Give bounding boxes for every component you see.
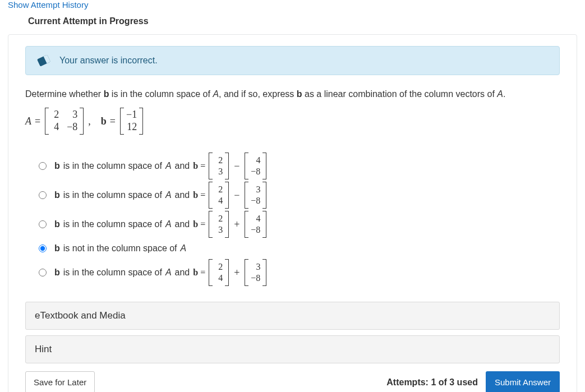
- option-4-radio[interactable]: [39, 245, 47, 252]
- option-1[interactable]: b is in the column space of A and b = 23…: [39, 153, 560, 179]
- answer-options: b is in the column space of A and b = 23…: [25, 145, 560, 296]
- option-5[interactable]: b is in the column space of A and b = 24…: [39, 259, 560, 286]
- submit-answer-button[interactable]: Submit Answer: [486, 371, 560, 392]
- eraser-icon: [37, 54, 50, 66]
- question-card: Your answer is incorrect. Determine whet…: [8, 34, 577, 392]
- alert-message: Your answer is incorrect.: [59, 56, 158, 66]
- given-equation: A = 23 4−8 , b = −1: [25, 108, 560, 135]
- matrix-A: 23 4−8: [45, 108, 84, 135]
- option-3-radio[interactable]: [39, 220, 47, 228]
- hint-accordion[interactable]: Hint: [25, 335, 560, 363]
- attempts-text: Attempts: 1 of 3 used: [386, 377, 478, 388]
- etextbook-accordion[interactable]: eTextbook and Media: [25, 302, 560, 330]
- current-attempt-title: Current Attempt in Progress: [8, 16, 577, 26]
- option-1-radio[interactable]: [39, 162, 47, 170]
- footer-row: Save for Later Attempts: 1 of 3 used Sub…: [25, 371, 560, 392]
- option-2[interactable]: b is in the column space of A and b = 24…: [39, 182, 560, 209]
- save-for-later-button[interactable]: Save for Later: [25, 371, 95, 392]
- option-2-radio[interactable]: [39, 191, 47, 199]
- vector-b: −1 12: [120, 108, 143, 135]
- feedback-alert: Your answer is incorrect.: [25, 46, 560, 75]
- option-4[interactable]: b is not in the column space of A: [39, 240, 560, 257]
- option-5-radio[interactable]: [39, 269, 47, 276]
- show-history-link[interactable]: Show Attempt History: [8, 0, 88, 10]
- option-3[interactable]: b is in the column space of A and b = 23…: [39, 211, 560, 238]
- question-prompt: Determine whether b is in the column spa…: [25, 87, 560, 101]
